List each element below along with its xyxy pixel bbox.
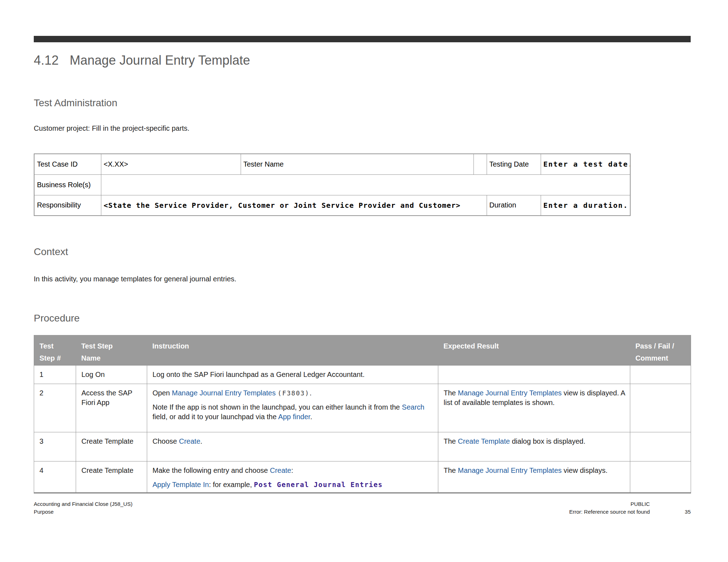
- text-segment: .: [200, 437, 203, 445]
- admin-row-test-case: Test Case ID <X.XX> Tester Name Testing …: [34, 154, 630, 174]
- footer-doc-title: Accounting and Financial Close (J58_US): [34, 500, 133, 508]
- inline-link[interactable]: Manage Journal Entry Templates: [458, 466, 562, 474]
- business-roles-value[interactable]: [101, 174, 630, 195]
- instruction-cell: Make the following entry and choose Crea…: [147, 461, 438, 493]
- inline-link[interactable]: Manage Journal Entry Templates: [172, 389, 275, 397]
- testing-date-value[interactable]: Enter a test date.: [541, 154, 630, 174]
- text-segment: field, or add it to your launchpad via t…: [152, 413, 278, 421]
- procedure-row: 1Log OnLog onto the SAP Fiori launchpad …: [34, 365, 691, 384]
- inline-link[interactable]: Apply Template In: [152, 481, 209, 488]
- pass-fail-cell[interactable]: [630, 432, 691, 461]
- procedure-row: 3Create TemplateChoose Create.The Create…: [34, 432, 691, 461]
- responsibility-label: Responsibility: [34, 195, 101, 216]
- title-text: Manage Journal Entry Template: [70, 53, 250, 67]
- pass-fail-cell[interactable]: [630, 384, 691, 432]
- page-title: 4.12Manage Journal Entry Template: [34, 53, 691, 68]
- text-segment: Note If the app is not shown in the laun…: [152, 403, 402, 411]
- procedure-table: TestStep #Test StepNameInstructionExpect…: [34, 335, 691, 493]
- procedure-row: 2Access the SAP Fiori AppOpen Manage Jou…: [34, 384, 691, 432]
- admin-row-responsibility: Responsibility <State the Service Provid…: [34, 195, 630, 216]
- text-segment: :: [291, 466, 293, 474]
- procedure-table-body: 1Log OnLog onto the SAP Fiori launchpad …: [34, 365, 691, 493]
- context-body: In this activity, you manage templates f…: [34, 274, 691, 284]
- text-segment: The: [444, 466, 458, 474]
- text-segment: .: [310, 389, 312, 397]
- text-segment: Make the following entry and choose: [152, 466, 270, 474]
- section-heading-test-administration: Test Administration: [34, 97, 691, 109]
- text-segment: dialog box is displayed.: [510, 437, 585, 445]
- expected-result-cell: The Manage Journal Entry Templates view …: [438, 461, 630, 493]
- text-segment: Log onto the SAP Fiori launchpad as a Ge…: [152, 371, 365, 378]
- column-header: TestStep #: [34, 335, 76, 365]
- instruction-cell: Choose Create.: [147, 432, 438, 461]
- admin-gap-cell: [473, 154, 487, 174]
- inline-link[interactable]: Create: [179, 437, 200, 445]
- inline-link[interactable]: Search: [402, 403, 424, 411]
- inline-link[interactable]: Create: [270, 466, 291, 474]
- cell-paragraph: The Manage Journal Entry Templates view …: [444, 388, 625, 407]
- footer-error-text: Error: Reference source not found: [569, 508, 650, 516]
- test-case-id-value[interactable]: <X.XX>: [101, 154, 241, 174]
- document-page: 4.12Manage Journal Entry Template Test A…: [0, 0, 728, 562]
- pass-fail-cell[interactable]: [630, 365, 691, 384]
- inline-link[interactable]: Manage Journal Entry Templates: [458, 389, 562, 397]
- cell-paragraph: Apply Template In: for example, Post Gen…: [152, 480, 433, 490]
- section-heading-context: Context: [34, 246, 691, 258]
- testing-date-label: Testing Date: [487, 154, 541, 174]
- duration-value[interactable]: Enter a duration.: [541, 195, 630, 216]
- section-heading-procedure: Procedure: [34, 312, 691, 324]
- test-administration-table: Test Case ID <X.XX> Tester Name Testing …: [34, 153, 631, 216]
- column-header: Test StepName: [76, 335, 147, 365]
- duration-label: Duration: [487, 195, 541, 216]
- responsibility-value[interactable]: <State the Service Provider, Customer or…: [101, 195, 487, 216]
- step-name-cell: Create Template: [76, 432, 147, 461]
- text-segment: .: [310, 413, 312, 421]
- step-number-cell: 2: [34, 384, 76, 432]
- expected-result-cell: The Manage Journal Entry Templates view …: [438, 384, 630, 432]
- instruction-cell: Log onto the SAP Fiori launchpad as a Ge…: [147, 365, 438, 384]
- inline-link[interactable]: Create Template: [458, 437, 510, 445]
- pass-fail-cell[interactable]: [630, 461, 691, 493]
- test-admin-intro: Customer project: Fill in the project-sp…: [34, 124, 691, 133]
- step-name-cell: Log On: [76, 365, 147, 384]
- step-number-cell: 3: [34, 432, 76, 461]
- footer-line-1: Accounting and Financial Close (J58_US) …: [34, 500, 691, 508]
- expected-result-cell: The Create Template dialog box is displa…: [438, 432, 630, 461]
- section-number: 4.12: [34, 53, 70, 68]
- text-segment: Post General Journal Entries: [254, 481, 382, 488]
- footer-purpose: Purpose: [34, 508, 54, 516]
- text-segment: Open: [152, 389, 172, 397]
- cell-paragraph: Choose Create.: [152, 437, 433, 446]
- cell-paragraph: Open Manage Journal Entry Templates (F38…: [152, 388, 433, 398]
- text-segment: The: [444, 437, 458, 445]
- text-segment: : for example,: [209, 481, 254, 488]
- step-name-cell: Create Template: [76, 461, 147, 493]
- page-footer: Accounting and Financial Close (J58_US) …: [34, 500, 691, 516]
- step-number-cell: 1: [34, 365, 76, 384]
- text-segment: (F3803): [278, 389, 310, 397]
- text-segment: Choose: [152, 437, 179, 445]
- footer-line-2: Purpose Error: Reference source not foun…: [34, 508, 691, 516]
- cell-paragraph: The Manage Journal Entry Templates view …: [444, 466, 625, 475]
- page-number: 35: [650, 508, 691, 516]
- text-segment: The: [444, 389, 458, 397]
- test-case-id-label: Test Case ID: [34, 154, 101, 174]
- procedure-row: 4Create TemplateMake the following entry…: [34, 461, 691, 493]
- header-rule: [34, 36, 691, 42]
- column-header: Instruction: [147, 335, 438, 365]
- tester-name-label: Tester Name: [241, 154, 473, 174]
- column-header: Pass / Fail /Comment: [630, 335, 691, 365]
- cell-paragraph: The Create Template dialog box is displa…: [444, 437, 625, 446]
- inline-link[interactable]: App finder: [278, 413, 310, 421]
- procedure-table-head: TestStep #Test StepNameInstructionExpect…: [34, 335, 691, 365]
- cell-paragraph: Log onto the SAP Fiori launchpad as a Ge…: [152, 370, 433, 379]
- cell-paragraph: Note If the app is not shown in the laun…: [152, 402, 433, 422]
- step-number-cell: 4: [34, 461, 76, 493]
- footer-right-group: Error: Reference source not found 35: [569, 508, 691, 516]
- cell-paragraph: Make the following entry and choose Crea…: [152, 466, 433, 475]
- expected-result-cell: [438, 365, 630, 384]
- procedure-head-row: TestStep #Test StepNameInstructionExpect…: [34, 335, 691, 365]
- admin-row-business-roles: Business Role(s): [34, 174, 630, 195]
- business-roles-label: Business Role(s): [34, 174, 101, 195]
- column-header: Expected Result: [438, 335, 630, 365]
